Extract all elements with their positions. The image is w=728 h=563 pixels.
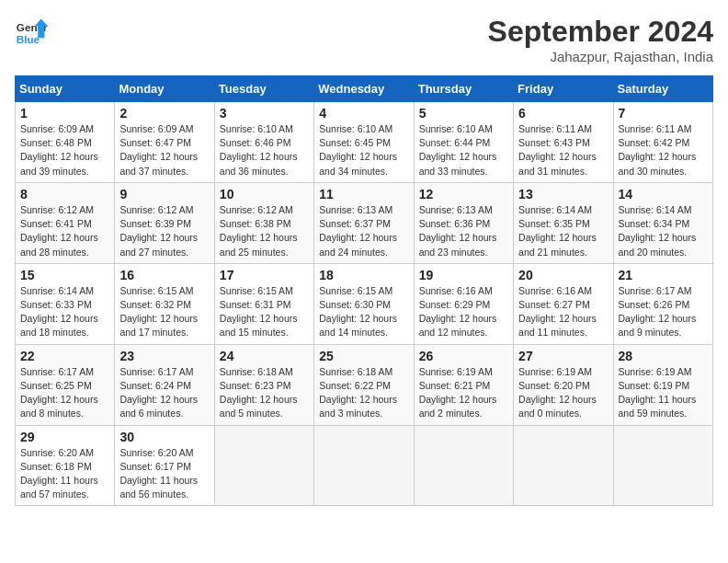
calendar-cell: 29Sunrise: 6:20 AM Sunset: 6:18 PM Dayli… <box>16 425 115 506</box>
day-number: 29 <box>20 430 109 444</box>
day-info: Sunrise: 6:16 AM Sunset: 6:29 PM Dayligh… <box>419 284 508 340</box>
weekday-header: Sunday <box>16 76 115 102</box>
calendar-cell: 4Sunrise: 6:10 AM Sunset: 6:45 PM Daylig… <box>314 102 414 183</box>
logo-icon: General Blue <box>15 15 48 48</box>
calendar-cell: 13Sunrise: 6:14 AM Sunset: 6:35 PM Dayli… <box>514 182 613 263</box>
day-number: 6 <box>518 106 608 121</box>
day-info: Sunrise: 6:15 AM Sunset: 6:30 PM Dayligh… <box>319 284 408 340</box>
day-info: Sunrise: 6:11 AM Sunset: 6:42 PM Dayligh… <box>619 122 708 178</box>
day-number: 22 <box>20 349 109 363</box>
month-title: September 2024 <box>488 15 713 49</box>
day-number: 26 <box>419 349 508 363</box>
day-info: Sunrise: 6:19 AM Sunset: 6:19 PM Dayligh… <box>619 365 708 421</box>
calendar-cell: 6Sunrise: 6:11 AM Sunset: 6:43 PM Daylig… <box>514 102 613 183</box>
calendar-cell: 2Sunrise: 6:09 AM Sunset: 6:47 PM Daylig… <box>115 102 214 183</box>
weekday-header: Tuesday <box>214 76 313 102</box>
calendar-cell: 12Sunrise: 6:13 AM Sunset: 6:36 PM Dayli… <box>414 182 513 263</box>
calendar-cell: 24Sunrise: 6:18 AM Sunset: 6:23 PM Dayli… <box>214 344 313 425</box>
day-number: 27 <box>518 349 608 363</box>
day-number: 14 <box>619 187 708 201</box>
calendar-cell <box>514 425 613 506</box>
day-info: Sunrise: 6:18 AM Sunset: 6:22 PM Dayligh… <box>319 365 408 421</box>
weekday-header: Saturday <box>613 76 712 102</box>
calendar-week-row: 29Sunrise: 6:20 AM Sunset: 6:18 PM Dayli… <box>16 425 713 506</box>
day-info: Sunrise: 6:12 AM Sunset: 6:38 PM Dayligh… <box>220 203 309 259</box>
day-info: Sunrise: 6:20 AM Sunset: 6:18 PM Dayligh… <box>20 446 109 502</box>
calendar-cell: 1Sunrise: 6:09 AM Sunset: 6:48 PM Daylig… <box>16 102 115 183</box>
calendar-cell <box>414 425 513 506</box>
weekday-header: Friday <box>514 76 613 102</box>
day-number: 23 <box>119 349 209 363</box>
day-number: 4 <box>319 106 408 121</box>
calendar-cell: 26Sunrise: 6:19 AM Sunset: 6:21 PM Dayli… <box>414 344 513 425</box>
day-info: Sunrise: 6:13 AM Sunset: 6:36 PM Dayligh… <box>419 203 508 259</box>
day-info: Sunrise: 6:14 AM Sunset: 6:35 PM Dayligh… <box>518 203 608 259</box>
calendar-cell: 25Sunrise: 6:18 AM Sunset: 6:22 PM Dayli… <box>314 344 414 425</box>
day-info: Sunrise: 6:15 AM Sunset: 6:31 PM Dayligh… <box>220 284 309 340</box>
day-number: 2 <box>119 106 209 121</box>
calendar-cell: 5Sunrise: 6:10 AM Sunset: 6:44 PM Daylig… <box>414 102 513 183</box>
calendar-cell: 3Sunrise: 6:10 AM Sunset: 6:46 PM Daylig… <box>214 102 313 183</box>
day-info: Sunrise: 6:09 AM Sunset: 6:47 PM Dayligh… <box>119 122 209 178</box>
calendar-cell: 9Sunrise: 6:12 AM Sunset: 6:39 PM Daylig… <box>115 182 214 263</box>
day-number: 24 <box>220 349 309 363</box>
weekday-header: Wednesday <box>314 76 414 102</box>
calendar-cell <box>314 425 414 506</box>
day-info: Sunrise: 6:09 AM Sunset: 6:48 PM Dayligh… <box>20 122 109 178</box>
calendar-cell: 30Sunrise: 6:20 AM Sunset: 6:17 PM Dayli… <box>115 425 214 506</box>
calendar-cell <box>613 425 712 506</box>
day-info: Sunrise: 6:18 AM Sunset: 6:23 PM Dayligh… <box>220 365 309 421</box>
day-info: Sunrise: 6:15 AM Sunset: 6:32 PM Dayligh… <box>119 284 209 340</box>
day-number: 25 <box>319 349 408 363</box>
calendar-cell: 27Sunrise: 6:19 AM Sunset: 6:20 PM Dayli… <box>514 344 613 425</box>
page-header: General Blue September 2024 Jahazpur, Ra… <box>15 15 713 64</box>
calendar-cell: 23Sunrise: 6:17 AM Sunset: 6:24 PM Dayli… <box>115 344 214 425</box>
day-number: 30 <box>119 430 209 444</box>
day-number: 1 <box>20 106 109 121</box>
weekday-header: Thursday <box>414 76 513 102</box>
day-info: Sunrise: 6:10 AM Sunset: 6:44 PM Dayligh… <box>419 122 508 178</box>
calendar-week-row: 15Sunrise: 6:14 AM Sunset: 6:33 PM Dayli… <box>16 263 713 344</box>
calendar-cell: 15Sunrise: 6:14 AM Sunset: 6:33 PM Dayli… <box>16 263 115 344</box>
day-number: 3 <box>220 106 309 121</box>
day-info: Sunrise: 6:12 AM Sunset: 6:41 PM Dayligh… <box>20 203 109 259</box>
day-info: Sunrise: 6:17 AM Sunset: 6:26 PM Dayligh… <box>619 284 708 340</box>
day-number: 19 <box>419 268 508 282</box>
day-number: 13 <box>518 187 608 201</box>
day-info: Sunrise: 6:16 AM Sunset: 6:27 PM Dayligh… <box>518 284 608 340</box>
day-number: 12 <box>419 187 508 201</box>
day-number: 10 <box>220 187 309 201</box>
day-info: Sunrise: 6:19 AM Sunset: 6:20 PM Dayligh… <box>518 365 608 421</box>
day-number: 21 <box>619 268 708 282</box>
day-number: 28 <box>619 349 708 363</box>
calendar-cell: 28Sunrise: 6:19 AM Sunset: 6:19 PM Dayli… <box>613 344 712 425</box>
day-info: Sunrise: 6:12 AM Sunset: 6:39 PM Dayligh… <box>119 203 209 259</box>
calendar-cell: 10Sunrise: 6:12 AM Sunset: 6:38 PM Dayli… <box>214 182 313 263</box>
weekday-header: Monday <box>115 76 214 102</box>
location: Jahazpur, Rajasthan, India <box>488 49 713 64</box>
day-info: Sunrise: 6:13 AM Sunset: 6:37 PM Dayligh… <box>319 203 408 259</box>
calendar-table: SundayMondayTuesdayWednesdayThursdayFrid… <box>15 75 713 506</box>
day-number: 16 <box>119 268 209 282</box>
weekday-header-row: SundayMondayTuesdayWednesdayThursdayFrid… <box>16 76 713 102</box>
logo: General Blue <box>15 15 48 48</box>
day-info: Sunrise: 6:17 AM Sunset: 6:24 PM Dayligh… <box>119 365 209 421</box>
day-number: 20 <box>518 268 608 282</box>
calendar-cell: 16Sunrise: 6:15 AM Sunset: 6:32 PM Dayli… <box>115 263 214 344</box>
day-number: 5 <box>419 106 508 121</box>
day-number: 17 <box>220 268 309 282</box>
day-info: Sunrise: 6:17 AM Sunset: 6:25 PM Dayligh… <box>20 365 109 421</box>
title-block: September 2024 Jahazpur, Rajasthan, Indi… <box>488 15 713 64</box>
day-info: Sunrise: 6:11 AM Sunset: 6:43 PM Dayligh… <box>518 122 608 178</box>
day-info: Sunrise: 6:10 AM Sunset: 6:46 PM Dayligh… <box>220 122 309 178</box>
day-number: 9 <box>119 187 209 201</box>
day-info: Sunrise: 6:19 AM Sunset: 6:21 PM Dayligh… <box>419 365 508 421</box>
calendar-cell: 14Sunrise: 6:14 AM Sunset: 6:34 PM Dayli… <box>613 182 712 263</box>
calendar-cell: 7Sunrise: 6:11 AM Sunset: 6:42 PM Daylig… <box>613 102 712 183</box>
day-number: 7 <box>619 106 708 121</box>
calendar-cell: 21Sunrise: 6:17 AM Sunset: 6:26 PM Dayli… <box>613 263 712 344</box>
calendar-week-row: 1Sunrise: 6:09 AM Sunset: 6:48 PM Daylig… <box>16 102 713 183</box>
day-info: Sunrise: 6:20 AM Sunset: 6:17 PM Dayligh… <box>119 446 209 502</box>
day-info: Sunrise: 6:10 AM Sunset: 6:45 PM Dayligh… <box>319 122 408 178</box>
day-info: Sunrise: 6:14 AM Sunset: 6:34 PM Dayligh… <box>619 203 708 259</box>
